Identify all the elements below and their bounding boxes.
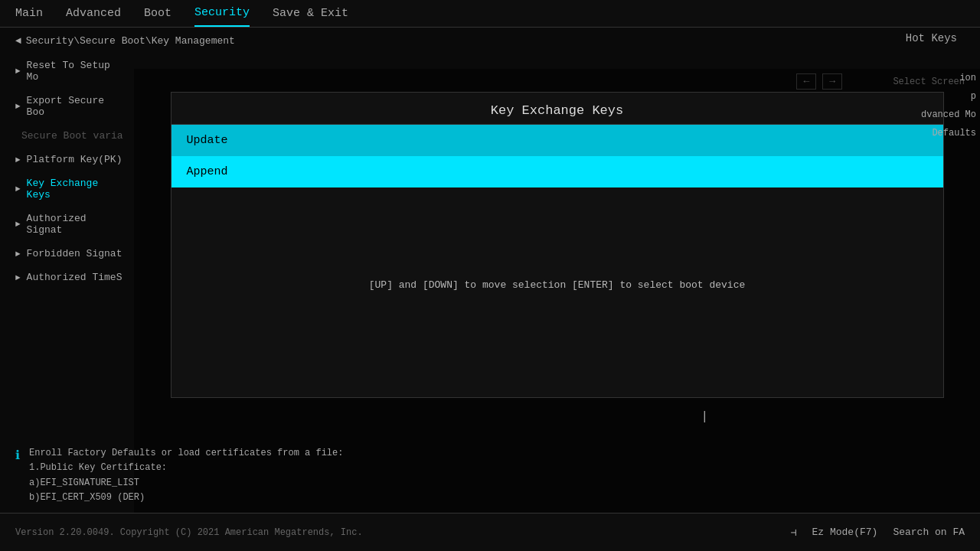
sidebar-label: Key Exchange Keys <box>27 178 126 201</box>
exit-button[interactable]: ⊣ <box>791 527 797 539</box>
info-line-3: b)EFI_CERT_X509 (DER) <box>29 491 343 505</box>
chevron-icon: ► <box>15 155 21 165</box>
sidebar-label: Platform Key(PK) <box>27 154 122 165</box>
chevron-icon: ► <box>15 67 21 76</box>
chevron-icon: ► <box>15 249 21 259</box>
ez-mode-button[interactable]: Ez Mode(F7) <box>812 527 878 538</box>
chevron-icon: ► <box>15 220 21 229</box>
sidebar-label: Reset To Setup Mo <box>27 60 126 83</box>
chevron-icon: ► <box>15 102 21 111</box>
breadcrumb: ◄ Security\Secure Boot\Key Management <box>0 28 980 54</box>
nav-advanced[interactable]: Advanced <box>66 1 121 26</box>
chevron-icon: ► <box>15 273 21 282</box>
info-line-2: a)EFI_SIGNATURE_LIST <box>29 476 343 491</box>
sidebar-label: Authorized TimeS <box>27 272 122 283</box>
search-button[interactable]: Search on FA <box>893 527 965 538</box>
sidebar-item-authorized-times[interactable]: ► Authorized TimeS <box>0 266 134 289</box>
sidebar-item-export[interactable]: ► Export Secure Boo <box>0 89 134 124</box>
info-text: Enroll Factory Defaults or load certific… <box>29 446 343 505</box>
sidebar-item-platform-key[interactable]: ► Platform Key(PK) <box>0 148 134 171</box>
right-panel-hints: ion p dvanced Mo Defaults <box>854 69 976 142</box>
sidebar-label: Secure Boot varia <box>21 130 123 142</box>
chevron-icon: ► <box>15 184 21 194</box>
breadcrumb-text: Security\Secure Boot\Key Management <box>26 35 235 47</box>
modal-hint: [UP] and [DOWN] to move selection [ENTER… <box>172 279 943 306</box>
sidebar-item-authorized-sig[interactable]: ► Authorized Signat <box>0 207 134 242</box>
modal-title: Key Exchange Keys <box>172 93 943 125</box>
modal-option-append[interactable]: Append <box>172 156 943 187</box>
hot-keys-label: Hot Keys <box>906 32 957 44</box>
nav-security[interactable]: Security <box>194 0 250 27</box>
nav-boot[interactable]: Boot <box>144 1 172 26</box>
sidebar-item-forbidden-sig[interactable]: ► Forbidden Signat <box>0 242 134 266</box>
sidebar-label: Forbidden Signat <box>27 248 122 259</box>
sidebar-item-secure-boot-var: Secure Boot varia <box>0 124 134 148</box>
version-text: Version 2.20.0049. Copyright (C) 2021 Am… <box>15 527 363 538</box>
hint-ion: ion <box>854 69 976 87</box>
hint-advanced-mode: dvanced Mo <box>854 106 976 124</box>
info-icon: ℹ <box>15 448 20 463</box>
sidebar: ► Reset To Setup Mo ► Export Secure Boo … <box>0 46 134 289</box>
sidebar-item-reset[interactable]: ► Reset To Setup Mo <box>0 54 134 89</box>
status-bar: Version 2.20.0049. Copyright (C) 2021 Am… <box>0 513 980 551</box>
nav-save-exit[interactable]: Save & Exit <box>273 1 348 26</box>
sidebar-item-key-exchange[interactable]: ► Key Exchange Keys <box>0 171 134 207</box>
exit-icon: ⊣ <box>791 527 797 539</box>
top-navigation: Main Advanced Boot Security Save & Exit <box>0 0 980 28</box>
nav-main[interactable]: Main <box>15 1 43 26</box>
key-exchange-modal: Key Exchange Keys Update Append [UP] and… <box>171 92 944 398</box>
sidebar-label: Authorized Signat <box>27 213 126 236</box>
info-line-1: 1.Public Key Certificate: <box>29 461 343 475</box>
breadcrumb-arrow: ◄ <box>15 35 21 47</box>
bottom-info: ℹ Enroll Factory Defaults or load certif… <box>0 439 980 513</box>
hint-p: p <box>854 87 976 106</box>
status-bar-right: ⊣ Ez Mode(F7) Search on FA <box>791 527 965 539</box>
hint-defaults: Defaults <box>854 124 976 142</box>
info-line-0: Enroll Factory Defaults or load certific… <box>29 446 343 461</box>
sidebar-label: Export Secure Boo <box>27 95 126 118</box>
modal-option-update[interactable]: Update <box>172 125 943 156</box>
cursor-indicator: | <box>701 410 708 424</box>
